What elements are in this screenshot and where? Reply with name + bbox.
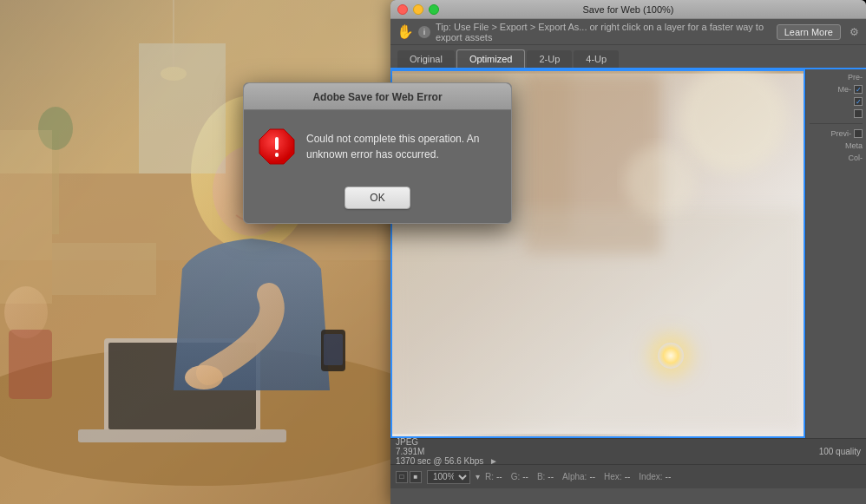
error-icon	[258, 128, 296, 166]
status-info: JPEG 7.391M 1370 sec @ 56.6 Kbps ►	[396, 437, 812, 466]
time-label: 1370 sec @ 56.6 Kbps	[396, 456, 483, 466]
size-icon-2[interactable]: ■	[410, 471, 422, 483]
r-value: --	[496, 472, 502, 481]
svg-rect-24	[390, 209, 805, 435]
size-controls: □ ■	[396, 471, 422, 483]
window-title: Save for Web (100%)	[583, 4, 674, 15]
r-value-group: R: --	[485, 472, 502, 481]
tip-text: Tip: Use File > Export > Export As... or…	[436, 22, 771, 43]
status-bar: JPEG 7.391M 1370 sec @ 56.6 Kbps ► 100 q…	[390, 438, 866, 464]
tab-4up[interactable]: 4-Up	[574, 50, 619, 68]
close-button[interactable]	[397, 4, 408, 15]
error-message: Could not complete this operation. An un…	[306, 128, 497, 162]
zoom-chevron[interactable]: ▾	[476, 472, 480, 481]
g-label: G:	[511, 472, 521, 481]
file-size-label: 7.391M	[396, 447, 424, 456]
format-label: JPEG	[396, 437, 418, 447]
b-label: B:	[537, 472, 545, 481]
info-icon: i	[418, 26, 430, 38]
svg-point-9	[185, 365, 223, 389]
preview-label: Previ-	[830, 129, 851, 138]
dialog-body: Could not complete this operation. An un…	[244, 110, 511, 180]
svg-rect-18	[52, 243, 156, 295]
checkbox-2[interactable]	[854, 97, 863, 106]
minimize-button[interactable]	[413, 4, 423, 15]
tab-optimized[interactable]: Optimized	[456, 49, 526, 68]
ps-window: Save for Web (100%) ✋ i Tip: Use File > …	[390, 0, 866, 504]
alpha-label: Alpha:	[562, 472, 587, 481]
checkbox-3[interactable]	[854, 109, 863, 118]
col-label: Col-	[810, 154, 863, 162]
svg-rect-6	[78, 429, 286, 442]
tab-2up[interactable]: 2-Up	[527, 50, 572, 68]
svg-point-20	[161, 67, 187, 81]
svg-rect-13	[9, 330, 52, 399]
svg-rect-11	[324, 334, 343, 365]
meta-label: Meta	[810, 141, 863, 150]
index-value: --	[666, 472, 672, 481]
settings-icon[interactable]: ⚙	[850, 26, 859, 38]
index-label: Index:	[639, 472, 662, 481]
light-glow	[658, 343, 684, 369]
tab-bar: Original Optimized 2-Up 4-Up	[390, 45, 866, 69]
tab-original[interactable]: Original	[397, 50, 455, 68]
b-value-group: B: --	[537, 472, 554, 481]
bottom-toolbar: □ ■ 100% 50% 200% ▾ R: -- G: -- B: -- Al…	[390, 464, 866, 488]
background-photo	[0, 0, 399, 504]
hand-tool-icon[interactable]: ✋	[397, 24, 413, 40]
svg-point-25	[679, 69, 788, 173]
hex-value-group: Hex: --	[604, 472, 630, 481]
checkbox-row-3	[810, 109, 863, 118]
svg-rect-28	[275, 137, 279, 150]
ok-button[interactable]: OK	[344, 187, 410, 209]
checkbox-row-2	[810, 97, 863, 106]
dialog-footer: OK	[244, 180, 511, 223]
checkbox-4[interactable]	[854, 129, 863, 138]
r-label: R:	[485, 472, 494, 481]
svg-rect-17	[139, 43, 226, 173]
checkbox-label-1: Me-	[838, 85, 852, 94]
traffic-lights	[397, 4, 439, 15]
checkbox-1[interactable]	[854, 85, 863, 94]
g-value-group: G: --	[511, 472, 528, 481]
svg-rect-16	[0, 130, 52, 304]
hex-label: Hex:	[604, 472, 622, 481]
checkbox-row-4: Previ-	[810, 129, 863, 138]
title-bar: Save for Web (100%)	[390, 0, 866, 19]
alpha-value: --	[589, 472, 595, 481]
alpha-value-group: Alpha: --	[562, 472, 595, 481]
toolbar-row: ✋ i Tip: Use File > Export > Export As..…	[390, 19, 866, 45]
dialog-title-bar: Adobe Save for Web Error	[244, 83, 511, 110]
quality-label: 100 quality	[819, 447, 861, 456]
g-value: --	[522, 472, 528, 481]
hex-value: --	[625, 472, 631, 481]
panel-divider-1	[810, 123, 863, 124]
right-panel: Pre- Me- Previ- Meta Col-	[805, 69, 866, 438]
size-icon-1[interactable]: □	[396, 471, 408, 483]
info-expand-icon[interactable]: ►	[489, 456, 498, 466]
learn-more-button[interactable]: Learn More	[777, 24, 841, 40]
zoom-select[interactable]: 100% 50% 200%	[427, 470, 470, 484]
index-value-group: Index: --	[639, 472, 671, 481]
dialog-title: Adobe Save for Web Error	[312, 91, 442, 103]
maximize-button[interactable]	[429, 4, 439, 15]
color-values: R: -- G: -- B: -- Alpha: -- Hex: -- Inde…	[485, 472, 861, 481]
svg-point-26	[625, 146, 697, 218]
svg-rect-29	[275, 153, 279, 157]
b-value: --	[548, 472, 554, 481]
panel-label-pre: Pre-	[810, 73, 863, 82]
checkbox-row-1: Me-	[810, 85, 863, 94]
error-dialog: Adobe Save for Web Error Could not compl…	[243, 82, 512, 224]
